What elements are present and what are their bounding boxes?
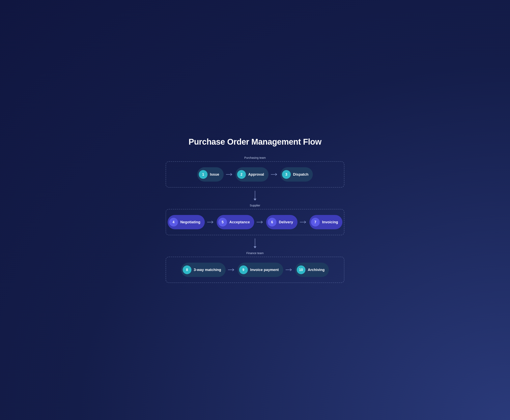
section-label-finance: Finance team [246, 252, 264, 255]
step-pill-8: 83-way matching [181, 263, 226, 277]
step-pill-9: 9Invoice payment [237, 263, 283, 277]
step-pill-5: 5Acceptance [217, 215, 254, 229]
h-arrow-purchasing-0 [226, 173, 233, 176]
step-label-9: Invoice payment [250, 268, 279, 272]
step-number-5: 5 [218, 218, 227, 226]
step-label-5: Acceptance [229, 220, 250, 224]
page-title: Purchase Order Management Flow [188, 137, 321, 147]
sections-container: Purchasing team1Issue 2Approval 3Dispatc… [166, 156, 344, 283]
step-label-4: Negotiating [180, 220, 200, 224]
step-label-7: Invoicing [322, 220, 338, 224]
h-arrow-supplier-0 [207, 220, 214, 224]
step-pill-7: 7Invoicing [310, 215, 343, 229]
dashed-box-finance: 83-way matching 9Invoice payment 10Archi… [166, 257, 344, 283]
step-label-2: Approval [248, 172, 264, 177]
h-arrow-finance-0 [228, 268, 235, 272]
section-finance: Finance team83-way matching 9Invoice pay… [166, 252, 344, 283]
step-number-6: 6 [268, 218, 276, 226]
step-label-3: Dispatch [293, 172, 309, 177]
section-supplier: Supplier4Negotiating 5Acceptance 6Delive… [166, 204, 344, 235]
dashed-box-supplier: 4Negotiating 5Acceptance 6Delivery 7Invo… [166, 209, 344, 235]
step-label-10: Archiving [308, 268, 325, 272]
step-pill-1: 1Issue [197, 167, 224, 182]
h-arrow-purchasing-1 [271, 173, 278, 176]
step-label-1: Issue [210, 172, 219, 177]
step-pill-10: 10Archiving [295, 263, 329, 277]
section-purchasing: Purchasing team1Issue 2Approval 3Dispatc… [166, 156, 344, 188]
step-label-8: 3-way matching [194, 268, 221, 272]
step-number-2: 2 [237, 170, 246, 179]
step-number-8: 8 [183, 265, 192, 274]
vertical-arrow-0 [254, 191, 256, 201]
step-number-4: 4 [169, 218, 178, 226]
h-arrow-supplier-1 [257, 220, 264, 224]
step-pill-2: 2Approval [236, 167, 268, 182]
step-pill-4: 4Negotiating [168, 215, 205, 229]
steps-row-purchasing: 1Issue 2Approval 3Dispatch [197, 167, 313, 182]
step-number-10: 10 [297, 265, 305, 274]
section-label-supplier: Supplier [250, 204, 260, 207]
steps-row-finance: 83-way matching 9Invoice payment 10Archi… [181, 263, 329, 277]
h-arrow-supplier-2 [300, 220, 307, 224]
step-pill-6: 6Delivery [266, 215, 297, 229]
steps-row-supplier: 4Negotiating 5Acceptance 6Delivery 7Invo… [168, 215, 343, 229]
h-arrow-finance-1 [286, 268, 293, 272]
step-label-6: Delivery [279, 220, 293, 224]
step-number-1: 1 [199, 170, 207, 179]
dashed-box-purchasing: 1Issue 2Approval 3Dispatch [166, 161, 344, 188]
main-container: Purchase Order Management Flow Purchasin… [166, 137, 344, 283]
step-pill-3: 3Dispatch [281, 167, 313, 182]
vertical-arrow-1 [254, 238, 256, 248]
step-number-7: 7 [311, 218, 320, 226]
step-number-3: 3 [282, 170, 291, 179]
section-label-purchasing: Purchasing team [244, 156, 266, 159]
step-number-9: 9 [239, 265, 248, 274]
